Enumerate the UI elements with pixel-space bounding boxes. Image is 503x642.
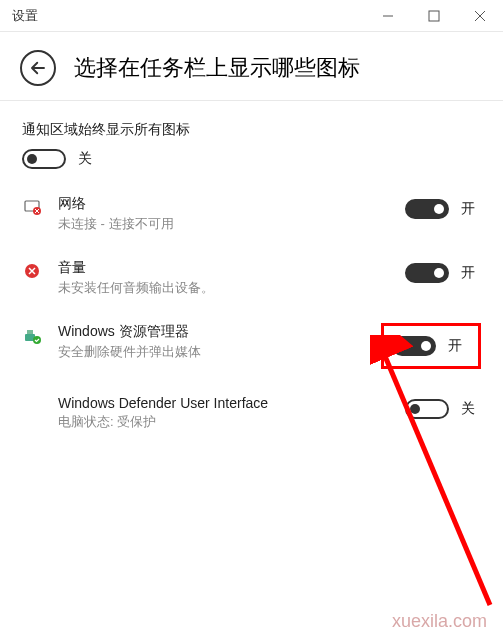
network-toggle[interactable]	[405, 199, 449, 219]
subtitle: 通知区域始终显示所有图标	[22, 121, 481, 139]
item-name: Windows Defender User Interface	[58, 395, 387, 411]
toggle-label: 关	[461, 400, 475, 418]
item-name: 音量	[58, 259, 387, 277]
list-item: Windows 资源管理器 安全删除硬件并弹出媒体 开	[22, 323, 481, 369]
item-toggle-group: 开	[399, 195, 481, 223]
page-title: 选择在任务栏上显示哪些图标	[74, 53, 360, 83]
toggle-label: 开	[461, 264, 475, 282]
item-name: Windows 资源管理器	[58, 323, 375, 341]
window-controls	[365, 1, 503, 31]
item-name: 网络	[58, 195, 387, 213]
svg-rect-12	[27, 330, 33, 334]
item-desc: 未连接 - 连接不可用	[58, 215, 387, 233]
volume-icon	[22, 261, 42, 281]
content-area: 通知区域始终显示所有图标 关 网络 未连接 - 连接不可用 开 音量 未安装任何…	[0, 101, 503, 477]
master-toggle[interactable]	[22, 149, 66, 169]
toggle-label: 开	[448, 337, 462, 355]
page-header: 选择在任务栏上显示哪些图标	[0, 32, 503, 101]
item-toggle-group: 开	[399, 259, 481, 287]
item-toggle-group: 关	[399, 395, 481, 423]
window-title: 设置	[12, 7, 365, 25]
list-item: Windows Defender User Interface 电脑状态: 受保…	[22, 395, 481, 431]
back-button[interactable]	[20, 50, 56, 86]
item-toggle-group-highlighted: 开	[381, 323, 481, 369]
close-button[interactable]	[457, 1, 503, 31]
network-icon	[22, 197, 42, 217]
volume-toggle[interactable]	[405, 263, 449, 283]
master-toggle-row: 关	[22, 149, 481, 169]
explorer-icon	[22, 325, 42, 345]
item-desc: 未安装任何音频输出设备。	[58, 279, 387, 297]
minimize-button[interactable]	[365, 1, 411, 31]
defender-toggle[interactable]	[405, 399, 449, 419]
watermark: xuexila.com	[392, 611, 487, 632]
titlebar: 设置	[0, 0, 503, 32]
svg-point-13	[33, 336, 41, 344]
defender-icon	[22, 397, 42, 417]
svg-rect-1	[429, 11, 439, 21]
explorer-toggle[interactable]	[392, 336, 436, 356]
back-arrow-icon	[29, 59, 47, 77]
list-item: 网络 未连接 - 连接不可用 开	[22, 195, 481, 233]
item-desc: 安全删除硬件并弹出媒体	[58, 343, 375, 361]
master-toggle-label: 关	[78, 150, 92, 168]
maximize-button[interactable]	[411, 1, 457, 31]
list-item: 音量 未安装任何音频输出设备。 开	[22, 259, 481, 297]
toggle-label: 开	[461, 200, 475, 218]
item-desc: 电脑状态: 受保护	[58, 413, 387, 431]
